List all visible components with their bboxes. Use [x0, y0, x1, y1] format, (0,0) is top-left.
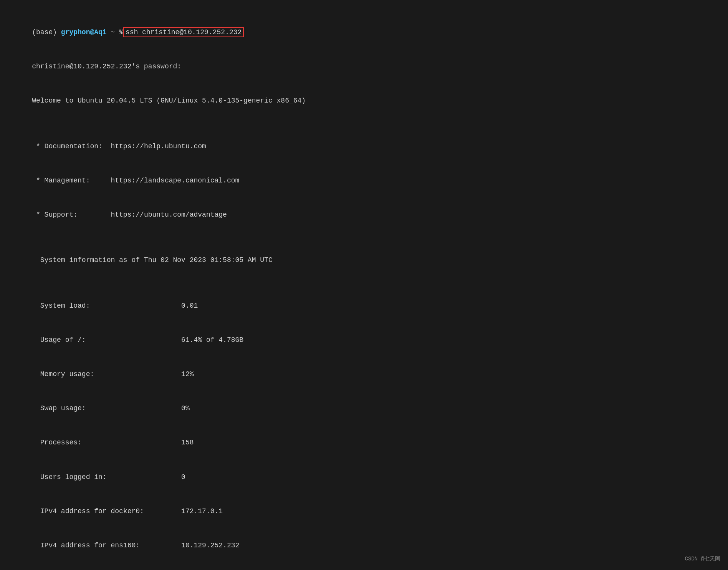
password-prompt-line: christine@10.129.252.232's password: [15, 50, 713, 84]
terminal-window: (base) gryphon@Aqi ~ %ssh christine@10.1… [12, 8, 716, 570]
sysinfo-header: System information as of Thu 02 Nov 2023… [15, 244, 713, 278]
prompt-symbol: % [119, 28, 123, 36]
sysload-line: System load: 0.01 [15, 289, 713, 323]
ipv4-ens-line: IPv4 address for ens160: 10.129.252.232 [15, 529, 713, 563]
prompt-user: gryphon@Aqi [61, 28, 107, 36]
ssh-command[interactable]: ssh christine@10.129.252.232 [123, 27, 244, 37]
watermark: CSDN @七天阿 [685, 555, 720, 562]
prompt-path: ~ [107, 28, 119, 36]
prompt-base: (base) [32, 28, 61, 36]
docs-line: * Documentation: https://help.ubuntu.com [15, 129, 713, 164]
ipv4-docker-line: IPv4 address for docker0: 172.17.0.1 [15, 494, 713, 529]
processes-line: Processes: 158 [15, 426, 713, 460]
support-line: * Support: https://ubuntu.com/advantage [15, 198, 713, 232]
memory-line: Memory usage: 12% [15, 358, 713, 392]
prompt-line: (base) gryphon@Aqi ~ %ssh christine@10.1… [15, 15, 713, 50]
welcome-line: Welcome to Ubuntu 20.04.5 LTS (GNU/Linux… [15, 84, 713, 118]
usage-line: Usage of /: 61.4% of 4.78GB [15, 323, 713, 358]
swap-line: Swap usage: 0% [15, 392, 713, 426]
users-line: Users logged in: 0 [15, 460, 713, 494]
ipv6-ens-line: IPv6 address for ens160: dead:beef::250:… [15, 563, 713, 570]
mgmt-line: * Management: https://landscape.canonica… [15, 164, 713, 198]
